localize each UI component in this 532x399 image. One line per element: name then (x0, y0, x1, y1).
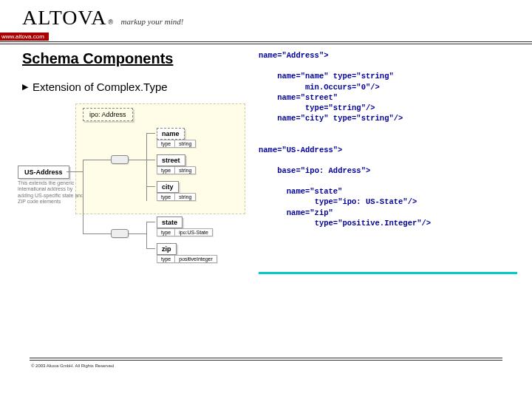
connector-line (83, 160, 83, 233)
underline-accent (259, 272, 517, 274)
connector-line (66, 171, 83, 172)
triangle-bullet-icon: ▶ (22, 82, 28, 92)
bullet-item: ▶ Extension of Complex.Type (22, 81, 251, 93)
connector-line (146, 133, 147, 201)
slide-header: ALTOVA ® markup your mind! www.altova.co… (0, 0, 532, 44)
connector-line (83, 233, 111, 234)
connector-line (83, 160, 111, 160)
type-ipo-address: ipo: Address (83, 108, 133, 121)
connector-line (146, 222, 155, 222)
attr-state-type: typeipo:US-State (157, 228, 213, 236)
bullet-text: Extension of Complex.Type (33, 81, 168, 93)
schema-diagram: ipo: Address name typestring street type… (22, 103, 251, 259)
connector-line (146, 160, 155, 160)
element-zip: zip (157, 243, 177, 255)
type-description: This extends the generic international a… (18, 180, 84, 205)
attr-name-type: typestring (157, 140, 196, 148)
element-state: state (157, 216, 183, 228)
sequence-connector-icon (111, 229, 129, 238)
type-us-address: US-Address (18, 166, 69, 179)
connector-line (129, 233, 146, 234)
connector-line (129, 160, 146, 160)
attr-zip-type: typepositiveInteger (157, 255, 217, 263)
logo: ALTOVA ® (22, 6, 113, 30)
attr-street-type: typestring (157, 166, 196, 174)
logo-text: ALTOVA (22, 6, 106, 30)
connector-line (146, 186, 155, 187)
element-city: city (157, 181, 179, 193)
url-tag: www.altova.com (0, 33, 49, 41)
tagline: markup your mind! (121, 17, 184, 26)
footer-divider (30, 358, 502, 361)
element-name: name (157, 128, 185, 140)
connector-line (146, 248, 155, 249)
connector-line (146, 133, 155, 134)
sequence-connector-icon (111, 155, 129, 164)
registered-mark: ® (108, 18, 113, 26)
connector-line (146, 222, 147, 248)
copyright: © 2003 Altova GmbH. All Rights Reserved (31, 364, 114, 368)
attr-city-type: typestring (157, 193, 196, 201)
slide-title: Schema Components (22, 50, 251, 67)
element-street: street (157, 154, 185, 166)
xml-code-block: name="Address"> name="name" type="string… (259, 50, 510, 270)
